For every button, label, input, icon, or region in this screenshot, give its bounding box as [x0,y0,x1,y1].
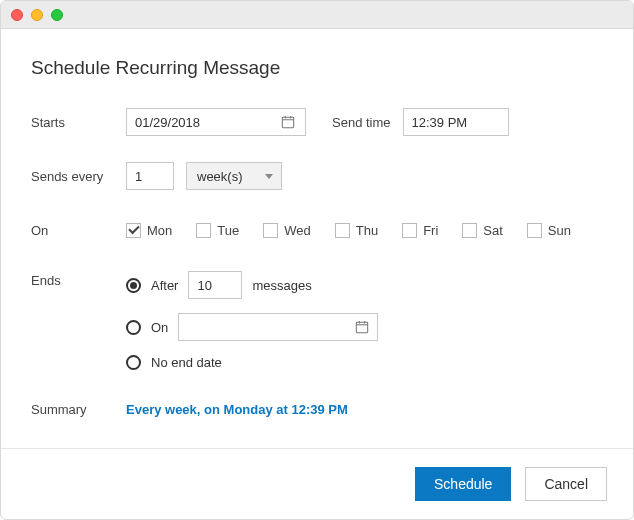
day-option-fri[interactable]: Fri [402,223,438,238]
cancel-button[interactable]: Cancel [525,467,607,501]
calendar-icon[interactable] [349,314,375,340]
schedule-button[interactable]: Schedule [415,467,511,501]
day-checkbox[interactable] [335,223,350,238]
day-checkbox[interactable] [527,223,542,238]
day-label: Tue [217,223,239,238]
ends-no-end-option[interactable]: No end date [126,355,378,370]
interval-unit-select[interactable]: week(s) [186,162,282,190]
ends-on-date-field[interactable] [178,313,378,341]
day-checkbox[interactable] [126,223,141,238]
day-label: Fri [423,223,438,238]
day-option-sat[interactable]: Sat [462,223,503,238]
day-label: Sat [483,223,503,238]
calendar-icon[interactable] [275,109,301,135]
ends-label: Ends [31,269,126,288]
ends-on-radio[interactable] [126,320,141,335]
day-checkbox[interactable] [402,223,417,238]
summary-text: Every week, on Monday at 12:39 PM [126,402,348,417]
window-maximize-button[interactable] [51,9,63,21]
ends-on-date-input[interactable] [179,314,349,340]
interval-unit-value: week(s) [197,169,243,184]
sends-every-label: Sends every [31,169,126,184]
ends-after-count-input[interactable] [188,271,242,299]
ends-group: After messages On No end [126,269,378,370]
day-option-tue[interactable]: Tue [196,223,239,238]
ends-no-end-label: No end date [151,355,222,370]
page-title: Schedule Recurring Message [31,57,603,79]
window-close-button[interactable] [11,9,23,21]
day-checkbox[interactable] [462,223,477,238]
day-label: Sun [548,223,571,238]
ends-after-option[interactable]: After messages [126,271,378,299]
svg-rect-0 [282,117,293,128]
interval-count-input[interactable] [126,162,174,190]
day-label: Mon [147,223,172,238]
send-time-label: Send time [332,115,391,130]
chevron-down-icon [265,174,273,179]
send-time-input[interactable] [403,108,509,136]
ends-after-suffix: messages [252,278,311,293]
day-option-wed[interactable]: Wed [263,223,311,238]
dialog-window: Schedule Recurring Message Starts Send t… [0,0,634,520]
starts-date-input[interactable] [127,109,275,135]
ends-no-end-radio[interactable] [126,355,141,370]
starts-date-field[interactable] [126,108,306,136]
ends-on-option[interactable]: On [126,313,378,341]
dialog-content: Schedule Recurring Message Starts Send t… [1,29,633,448]
window-minimize-button[interactable] [31,9,43,21]
starts-label: Starts [31,115,126,130]
day-option-thu[interactable]: Thu [335,223,378,238]
svg-rect-4 [357,322,368,333]
window-titlebar [1,1,633,29]
day-label: Wed [284,223,311,238]
day-label: Thu [356,223,378,238]
summary-label: Summary [31,402,126,417]
day-option-mon[interactable]: Mon [126,223,172,238]
days-of-week-group: MonTueWedThuFriSatSun [126,223,571,238]
ends-after-prefix: After [151,278,178,293]
day-option-sun[interactable]: Sun [527,223,571,238]
on-label: On [31,223,126,238]
ends-on-label: On [151,320,168,335]
day-checkbox[interactable] [196,223,211,238]
ends-after-radio[interactable] [126,278,141,293]
day-checkbox[interactable] [263,223,278,238]
dialog-footer: Schedule Cancel [1,448,633,519]
